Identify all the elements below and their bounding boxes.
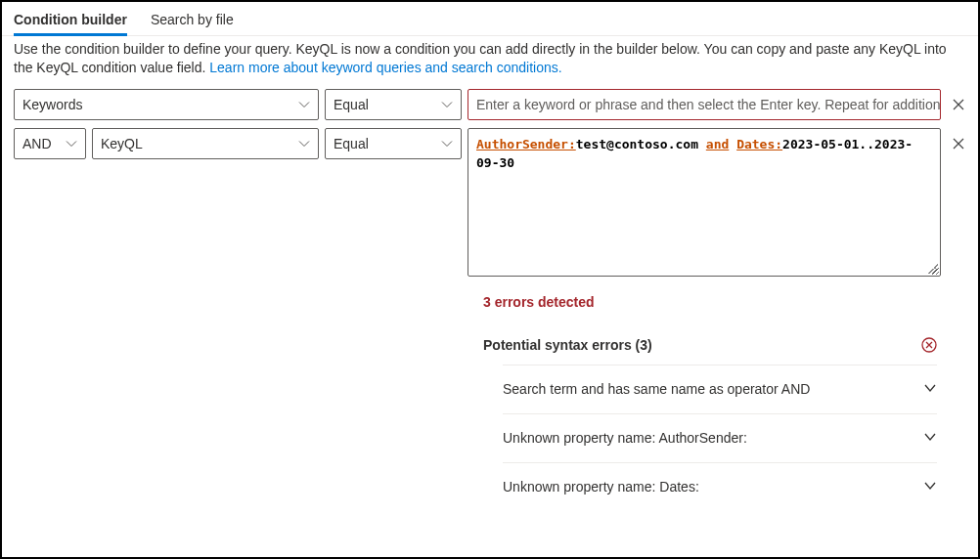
operator-select-2[interactable]: Equal (325, 128, 462, 159)
chevron-down-icon (298, 138, 310, 150)
error-item[interactable]: Unknown property name: Dates: (503, 462, 937, 511)
error-summary: 3 errors detected (483, 294, 937, 310)
property-label: Keywords (22, 97, 82, 112)
kql-token-dates: Dates: (736, 137, 782, 151)
error-text: Unknown property name: Dates: (503, 479, 699, 494)
boolean-label: AND (22, 136, 52, 151)
description: Use the condition builder to define your… (2, 36, 978, 85)
learn-more-link[interactable]: Learn more about keyword queries and sea… (209, 60, 561, 75)
remove-row-button-1[interactable] (947, 89, 970, 120)
operator-select-1[interactable]: Equal (325, 89, 462, 120)
property-select-keywords[interactable]: Keywords (14, 89, 319, 120)
operator-label: Equal (334, 136, 369, 151)
chevron-down-icon (923, 479, 937, 495)
keywords-value-input[interactable]: Enter a keyword or phrase and then selec… (468, 89, 941, 120)
chevron-down-icon (441, 99, 453, 110)
chevron-down-icon (441, 138, 453, 150)
keyql-value-textarea[interactable]: AuthorSender:test@contoso.com and Dates:… (468, 128, 941, 277)
chevron-down-icon (298, 99, 310, 110)
error-item[interactable]: Search term and has same name as operato… (503, 365, 937, 413)
kql-token-and: and (706, 137, 729, 151)
kql-space (729, 137, 736, 151)
error-header-label: Potential syntax errors (3) (483, 337, 652, 353)
chevron-down-icon (923, 381, 937, 398)
chevron-down-icon (923, 430, 937, 447)
kql-token-text: test@contoso.com (576, 137, 706, 151)
condition-row-2: AND KeyQL Equal AuthorSender:test@contos… (14, 128, 970, 277)
dismiss-errors-button[interactable] (921, 337, 937, 353)
property-select-keyql[interactable]: KeyQL (92, 128, 319, 159)
error-section-header: Potential syntax errors (3) (483, 335, 937, 365)
tab-bar: Condition builder Search by file (2, 2, 978, 36)
property-label: KeyQL (101, 136, 143, 151)
remove-row-button-2[interactable] (947, 128, 970, 159)
placeholder-text: Enter a keyword or phrase and then selec… (476, 97, 941, 112)
tab-search-by-file[interactable]: Search by file (151, 8, 234, 35)
chevron-down-icon (66, 138, 77, 150)
operator-label: Equal (334, 97, 369, 112)
error-text: Search term and has same name as operato… (503, 381, 810, 397)
error-item[interactable]: Unknown property name: AuthorSender: (503, 413, 937, 462)
kql-token-authorsender: AuthorSender: (476, 137, 576, 151)
boolean-select[interactable]: AND (14, 128, 86, 159)
error-text: Unknown property name: AuthorSender: (503, 430, 747, 446)
condition-row-1: Keywords Equal Enter a keyword or phrase… (14, 89, 970, 120)
tab-condition-builder[interactable]: Condition builder (14, 8, 127, 36)
